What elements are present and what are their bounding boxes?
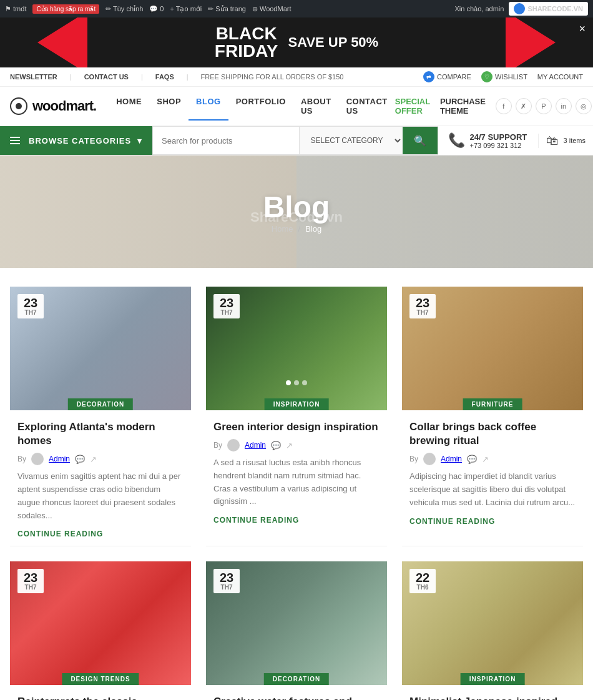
category-tag: INSPIRATION	[265, 398, 329, 410]
free-shipping-text: FREE SHIPPING FOR ALL ORDERS OF $150	[201, 73, 344, 81]
admin-tmdt[interactable]: ⚑ tmdt	[5, 5, 26, 13]
twitter-icon[interactable]: ✗	[516, 98, 532, 114]
admin-edit[interactable]: ✏ Sửa trang	[208, 5, 246, 13]
admin-customize[interactable]: ✏ Tùy chỉnh	[105, 5, 143, 13]
date-day: 23	[218, 297, 235, 309]
continue-reading-link[interactable]: CONTINUE READING	[17, 530, 103, 538]
blog-card: 23 TH7 FURNITURE Collar brings back coff…	[402, 287, 583, 546]
blog-card-body: Reinterprets the classic bookshelf By Ad…	[10, 685, 191, 700]
admin-new[interactable]: + Tạo mới	[170, 5, 202, 13]
date-badge: 23 TH7	[17, 294, 44, 318]
post-title[interactable]: Green interior design inspiration	[213, 420, 380, 434]
share-icon: ↗	[482, 455, 489, 464]
top-bar-right: ⇄ COMPARE ♡ WISHLIST MY ACCOUNT	[423, 71, 583, 82]
blog-card-body: Exploring Atlanta's modern homes By Admi…	[10, 410, 191, 546]
continue-reading-link[interactable]: CONTINUE READING	[409, 517, 495, 526]
nav-blog[interactable]: BLOG	[189, 92, 228, 121]
pinterest-icon[interactable]: P	[536, 98, 552, 114]
post-title[interactable]: Collar brings back coffee brewing ritual	[409, 420, 576, 448]
dot-3[interactable]	[302, 380, 307, 385]
browse-categories-label: BROWSE CATEGORIES	[29, 136, 131, 145]
category-tag: DECORATION	[68, 398, 133, 410]
date-badge: 23 TH7	[17, 569, 44, 593]
continue-reading-link[interactable]: CONTINUE READING	[213, 516, 299, 525]
top-bar: NEWSLETTER | CONTACT US | FAQS | FREE SH…	[0, 67, 593, 87]
date-day: 23	[414, 297, 431, 309]
date-day: 23	[22, 297, 39, 309]
blog-card-image: 23 TH7 INSPIRATION	[206, 287, 387, 410]
blog-card-image: 23 TH7 FURNITURE	[402, 287, 583, 410]
post-title[interactable]: Creative water features and exterior	[213, 695, 380, 700]
facebook-icon[interactable]: f	[496, 98, 512, 114]
newsletter-link[interactable]: NEWSLETTER	[10, 73, 57, 81]
bf-save: SAVE UP 50%	[288, 34, 378, 51]
blog-card-body: Minimalist Japanese-inspired furniture B…	[402, 685, 583, 700]
blog-excerpt: Vivamus enim sagittis aptent hac mi dui …	[17, 470, 184, 522]
support-phone: +73 099 321 312	[470, 142, 527, 149]
cart-text: 3 items	[564, 137, 586, 144]
purchase-theme[interactable]: PURCHASE THEME	[440, 97, 486, 116]
nav-portfolio[interactable]: PORTFOLIO	[228, 92, 293, 121]
dot-1[interactable]	[286, 380, 291, 385]
blog-card: 23 TH7 DECORATION Creative water feature…	[206, 561, 387, 700]
date-day: 23	[218, 571, 235, 584]
nav-home[interactable]: HOME	[109, 92, 149, 121]
carousel-dots	[286, 380, 307, 385]
date-badge: 22 TH6	[409, 569, 436, 593]
share-icon: ↗	[286, 441, 293, 450]
cart-block[interactable]: 🛍 3 items	[538, 134, 593, 148]
admin-comments[interactable]: 💬 0	[149, 5, 164, 13]
main-nav: HOME SHOP BLOG PORTFOLIO ABOUT US CONTAC…	[109, 92, 395, 121]
breadcrumb-home[interactable]: Home	[272, 224, 293, 234]
category-tag: FURNITURE	[463, 398, 522, 410]
linkedin-icon[interactable]: in	[556, 98, 572, 114]
date-month: TH7	[414, 309, 431, 316]
blog-card-body: Creative water features and exterior By …	[206, 685, 387, 700]
post-title[interactable]: Minimalist Japanese-inspired furniture	[409, 695, 576, 700]
author-link[interactable]: Admin	[441, 455, 462, 463]
wishlist-link[interactable]: ♡ WISHLIST	[481, 71, 527, 82]
blog-excerpt: Adipiscing hac imperdiet id blandit vari…	[409, 470, 576, 509]
nav-shop[interactable]: SHOP	[149, 92, 189, 121]
post-title[interactable]: Exploring Atlanta's modern homes	[17, 420, 184, 448]
post-title[interactable]: Reinterprets the classic bookshelf	[17, 695, 184, 700]
sharecode-label: SHARECODE.VN	[527, 5, 583, 12]
blog-card-image: 22 TH6 INSPIRATION	[402, 561, 583, 685]
search-input[interactable]	[153, 127, 298, 154]
cart-items: 3 items	[564, 137, 586, 144]
author-link[interactable]: Admin	[49, 455, 70, 463]
blog-card: 23 TH7 DESIGN TRENDS Reinterprets the cl…	[10, 561, 191, 700]
dot-2[interactable]	[294, 380, 299, 385]
nav-about[interactable]: ABOUT US	[293, 92, 339, 121]
nav-contact[interactable]: CONTACT US	[339, 92, 395, 121]
admin-woodmart[interactable]: ⊕ WoodMart	[252, 5, 292, 13]
blog-excerpt: A sed a risusat luctus esta anibh rhoncu…	[213, 456, 380, 508]
faqs-link[interactable]: FAQS	[155, 73, 174, 81]
browse-categories-button[interactable]: BROWSE CATEGORIES ▾	[0, 126, 152, 155]
breadcrumb-separator: /	[298, 224, 301, 234]
blog-meta: By Admin 💬 ↗	[17, 453, 184, 465]
date-day: 22	[414, 571, 431, 584]
blog-meta: By Admin 💬 ↗	[213, 439, 380, 451]
separator3: |	[187, 73, 189, 81]
special-offer[interactable]: SPECIAL OFFER	[395, 97, 430, 116]
contact-us-link[interactable]: CONTACT US	[84, 73, 129, 81]
comment-icon: 💬	[271, 441, 281, 450]
instagram-icon[interactable]: ◎	[576, 98, 592, 114]
category-tag: DESIGN TRENDS	[62, 673, 139, 685]
category-select[interactable]: SELECT CATEGORY	[299, 127, 403, 154]
compare-link[interactable]: ⇄ COMPARE	[423, 71, 471, 82]
admin-bar: ⚑ tmdt Cửa hàng sắp ra mắt ✏ Tùy chỉnh 💬…	[0, 0, 593, 17]
logo[interactable]: woodmart.	[10, 97, 96, 115]
date-month: TH6	[414, 584, 431, 591]
chevron-down-icon: ▾	[137, 136, 142, 145]
bf-black: BLACKFRIDAY	[215, 24, 278, 61]
my-account-link[interactable]: MY ACCOUNT	[537, 73, 583, 81]
hero-inner: Blog Home / Blog ShareCode.vn	[0, 155, 593, 268]
breadcrumb-current: Blog	[305, 224, 321, 234]
author-link[interactable]: Admin	[245, 441, 266, 450]
black-friday-banner: BLACKFRIDAY SAVE UP 50% ×	[0, 17, 593, 67]
blog-card-body: Collar brings back coffee brewing ritual…	[402, 410, 583, 533]
search-button[interactable]: 🔍	[403, 127, 438, 154]
blog-grid: 23 TH7 DECORATION Exploring Atlanta's mo…	[0, 268, 593, 700]
